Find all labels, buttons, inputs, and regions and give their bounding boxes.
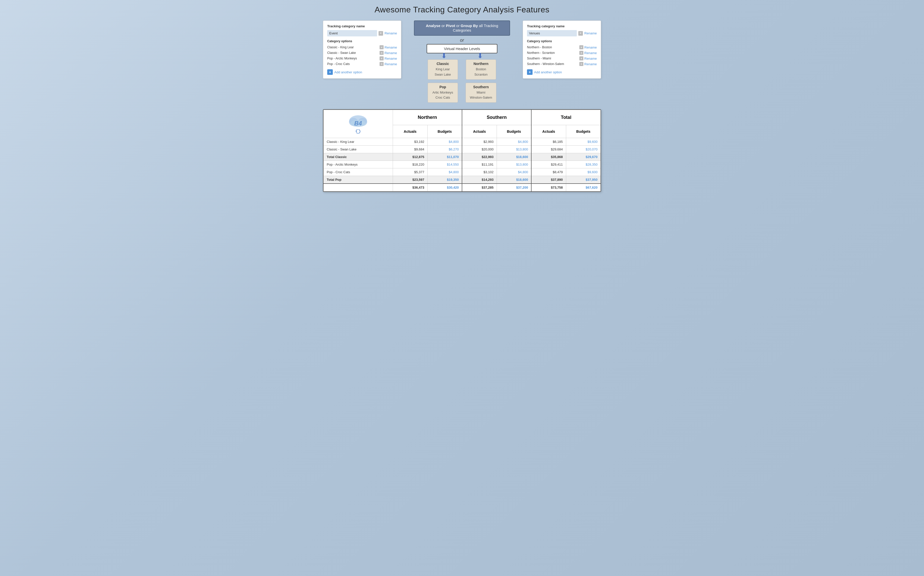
right-opt1-clear[interactable]: ✕ — [579, 45, 583, 49]
n-actuals-header: Actuals — [393, 125, 427, 138]
cell-t-budgets-6: $67,620 — [566, 184, 601, 191]
arrows-row: ⬇ ⬇ — [441, 52, 483, 59]
right-opt4-clear[interactable]: ✕ — [579, 62, 583, 66]
left-opt1-rename[interactable]: Rename — [385, 45, 397, 49]
left-add-option-text: Add another option — [334, 70, 362, 74]
right-opt4-rename[interactable]: Rename — [584, 62, 597, 66]
analyse-keyword-2: Pivot — [446, 24, 455, 28]
pop-item-1: Artic Monkeys — [432, 90, 454, 95]
cell-t-budgets-1: $20,070 — [566, 146, 601, 153]
or-label: or — [460, 38, 464, 43]
left-rename-link[interactable]: Rename — [385, 31, 397, 35]
right-opt3-clear[interactable]: ✕ — [579, 56, 583, 61]
data-table-section: B4 Northern Southern Total — [323, 109, 601, 192]
cell-t-budgets-3: $28,350 — [566, 161, 601, 168]
classic-box: Classic King Lear Swan Lake — [428, 59, 458, 80]
cell-n-actuals-6: $36,473 — [393, 184, 427, 191]
classic-item-2: Swan Lake — [432, 72, 454, 77]
left-add-option-button[interactable]: + Add another option — [327, 69, 397, 75]
cell-n-budgets-5: $19,350 — [427, 176, 462, 184]
northern-box: Northern Boston Scranton — [466, 59, 496, 80]
right-option-row-4: Southern - Winston-Salem ✕ Rename — [527, 61, 597, 67]
cell-n-actuals-3: $18,220 — [393, 161, 427, 168]
right-opt2-clear[interactable]: ✕ — [579, 51, 583, 55]
table-row: Pop - Croc Cats $5,377 $4,800 $3,102 $4,… — [324, 168, 601, 176]
b4-logo-area: B4 — [327, 112, 390, 136]
right-opt2-rename[interactable]: Rename — [584, 51, 597, 55]
row-label-classic-swan-lake: Classic - Swan Lake — [324, 146, 393, 153]
left-option-label-2: Classic - Swan Lake — [327, 51, 356, 54]
left-opt4-rename[interactable]: Rename — [385, 62, 397, 66]
right-opt3-rename[interactable]: Rename — [584, 57, 597, 61]
left-tracking-panel: Tracking category name ✕ Rename Category… — [323, 21, 401, 78]
cell-s-budgets-1: $13,800 — [497, 146, 531, 153]
right-panel-title: Tracking category name — [527, 24, 597, 28]
right-name-clear-button[interactable]: ✕ — [578, 31, 583, 36]
left-option-row-2: Classic - Swan Lake ✕ Rename — [327, 50, 397, 56]
northern-items: Boston Scranton — [470, 67, 492, 77]
arrow-down-right: ⬇ — [477, 52, 483, 59]
left-opt2-rename[interactable]: Rename — [385, 51, 397, 55]
left-name-row: ✕ Rename — [327, 30, 397, 37]
cell-t-actuals-1: $29,684 — [531, 146, 566, 153]
cell-s-budgets-5: $18,600 — [497, 176, 531, 184]
pop-item-2: Croc Cats — [432, 95, 454, 101]
left-opt3-rename[interactable]: Rename — [385, 57, 397, 61]
right-rename-link[interactable]: Rename — [584, 31, 597, 35]
right-add-option-button[interactable]: + Add another option — [527, 69, 597, 75]
cell-n-budgets-2: $11,070 — [427, 153, 462, 161]
cell-s-actuals-5: $14,293 — [462, 176, 497, 184]
left-opt2-clear[interactable]: ✕ — [380, 51, 384, 55]
classic-item-1: King Lear — [432, 67, 454, 72]
right-tracking-panel: Tracking category name ✕ Rename Category… — [523, 21, 601, 78]
cell-t-budgets-4: $9,600 — [566, 168, 601, 176]
cell-n-actuals-1: $9,684 — [393, 146, 427, 153]
left-option-row-1: Classic - King Lear ✕ Rename — [327, 45, 397, 50]
cell-n-actuals-4: $5,377 — [393, 168, 427, 176]
table-row: Classic - Swan Lake $9,684 $6,270 $20,00… — [324, 146, 601, 153]
left-option-label-3: Pop - Arctic Monkeys — [327, 57, 357, 60]
left-name-input[interactable] — [327, 30, 377, 37]
arrow-down-left: ⬇ — [441, 52, 447, 59]
right-name-input[interactable] — [527, 30, 577, 37]
left-opt3-clear[interactable]: ✕ — [380, 56, 384, 61]
table-subtotal-row: Total Pop $23,597 $19,350 $14,293 $18,60… — [324, 176, 601, 184]
cell-t-budgets-2: $29,670 — [566, 153, 601, 161]
refresh-icon[interactable] — [355, 130, 361, 133]
southern-item-2: Winston-Salem — [470, 95, 492, 101]
tree-col-left: Classic King Lear Swan Lake Pop Artic Mo… — [428, 59, 458, 102]
left-name-clear-button[interactable]: ✕ — [379, 31, 383, 36]
left-add-option-icon: + — [327, 69, 333, 75]
table-logo-header: B4 — [324, 110, 393, 138]
tree-col-right: Northern Boston Scranton Southern Miami … — [465, 59, 496, 102]
row-label-grand-total — [324, 184, 393, 191]
right-option-row-2: Northern - Scranton ✕ Rename — [527, 50, 597, 56]
table-row: Classic - King Lear $3,192 $4,800 $2,993… — [324, 138, 601, 146]
right-option-row-1: Northern - Boston ✕ Rename — [527, 45, 597, 50]
table-row: Pop - Arctic Monkeys $18,220 $14,550 $11… — [324, 161, 601, 168]
left-option-row-4: Pop - Croc Cats ✕ Rename — [327, 61, 397, 67]
analyse-text: Analyse or Pivot or Group By all Trackin… — [426, 24, 498, 32]
cell-t-actuals-0: $6,185 — [531, 138, 566, 146]
cell-t-actuals-2: $35,868 — [531, 153, 566, 161]
southern-box: Southern Miami Winston-Salem — [465, 83, 496, 103]
s-actuals-header: Actuals — [462, 125, 497, 138]
southern-title: Southern — [470, 85, 492, 89]
right-opt1-rename[interactable]: Rename — [584, 45, 597, 49]
total-header: Total — [531, 110, 601, 125]
t-budgets-header: Budgets — [566, 125, 601, 138]
left-option-label-1: Classic - King Lear — [327, 45, 354, 49]
right-option-row-3: Southern - Miami ✕ Rename — [527, 56, 597, 61]
left-option-row-3: Pop - Arctic Monkeys ✕ Rename — [327, 56, 397, 61]
southern-items: Miami Winston-Salem — [470, 90, 492, 101]
page-title: Awesome Tracking Category Analysis Featu… — [323, 5, 601, 14]
cell-s-budgets-4: $4,800 — [497, 168, 531, 176]
virtual-header-label: Virtual Header Levels — [444, 46, 480, 51]
left-option-label-4: Pop - Croc Cats — [327, 62, 350, 66]
cell-s-actuals-2: $22,993 — [462, 153, 497, 161]
left-opt4-clear[interactable]: ✕ — [380, 62, 384, 66]
cell-n-budgets-6: $30,420 — [427, 184, 462, 191]
left-options-list: Classic - King Lear ✕ Rename Classic - S… — [327, 45, 397, 67]
row-label-total-classic: Total Classic — [324, 153, 393, 161]
left-opt1-clear[interactable]: ✕ — [380, 45, 384, 49]
